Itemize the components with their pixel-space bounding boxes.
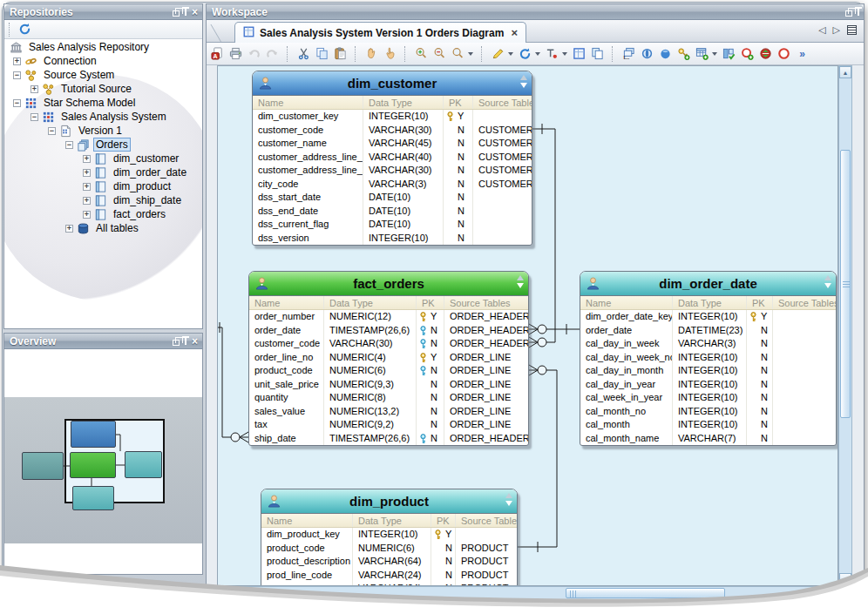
table-row[interactable]: city_codeVARCHAR(3)NCUSTOMER: [253, 178, 532, 192]
repositories-titlebar[interactable]: Repositories ×: [4, 4, 202, 20]
workspace-titlebar[interactable]: Workspace: [207, 4, 864, 20]
collapse-icon[interactable]: −: [13, 99, 21, 107]
table-row[interactable]: cal_monthINTEGER(10)N: [580, 418, 836, 432]
auto-layout-dropdown-icon[interactable]: [535, 52, 540, 56]
table-row[interactable]: customer_address_line_2VARCHAR(30)NCUSTO…: [253, 164, 532, 178]
add-table-dropdown-icon[interactable]: [712, 52, 717, 56]
table-row[interactable]: cal_week_in_yearINTEGER(10)N: [580, 391, 836, 405]
collapse-icon[interactable]: −: [13, 71, 21, 79]
table-row[interactable]: prod_line_codeVARCHAR(24)NPRODUCT: [261, 569, 517, 583]
float-panel-icon[interactable]: [173, 340, 180, 346]
tree-item-sales-analysis-system[interactable]: −Sales Analysis System: [4, 110, 202, 124]
table-row[interactable]: order_dateTIMESTAMP(26,6)NORDER_HEADER: [249, 324, 528, 338]
print-icon[interactable]: [227, 45, 245, 63]
trace-dropdown-icon[interactable]: [562, 52, 567, 56]
collapse-icon[interactable]: −: [48, 127, 56, 135]
expand-icon[interactable]: +: [65, 225, 73, 233]
table-row[interactable]: customer_codeVARCHAR(30)NORDER_HEADER: [249, 337, 528, 351]
tree-item-dim-customer[interactable]: +dim_customer: [4, 152, 202, 165]
table-row[interactable]: ship_dateTIMESTAMP(26,6)NORDER_HEADER: [249, 432, 528, 446]
redo-icon[interactable]: [263, 45, 281, 63]
expand-icon[interactable]: +: [83, 211, 91, 219]
table-row[interactable]: product_codeNUMERIC(6)NORDER_LINE: [249, 364, 528, 378]
globe-icon[interactable]: [656, 45, 675, 63]
close-panel-icon[interactable]: ×: [192, 334, 198, 348]
pin-panel-icon[interactable]: [858, 9, 859, 16]
tab-scroll-left-icon[interactable]: ◁: [818, 24, 825, 36]
table-detail-icon[interactable]: I...: [620, 45, 638, 63]
table-row[interactable]: dim_product_keyINTEGER(10)Y: [261, 528, 517, 542]
table-row[interactable]: dim_order_date_keyINTEGER(10)Y: [580, 310, 836, 324]
table-row[interactable]: dss_end_dateDATE(10)N: [253, 205, 532, 219]
table-row[interactable]: cal_day_in_monthINTEGER(10)N: [580, 364, 836, 378]
tree-item-dim-product[interactable]: +dim_product: [4, 179, 202, 193]
table-dim-order-date[interactable]: dim_order_date NameData TypePKSource Tab…: [580, 271, 837, 446]
toolbar-overflow[interactable]: »: [793, 45, 811, 63]
select-hand-icon[interactable]: [381, 45, 399, 63]
copy-diagram-icon[interactable]: [588, 45, 607, 63]
horizontal-scrollbar[interactable]: ◀ ▶: [217, 586, 838, 600]
table-row[interactable]: customer_address_line_1VARCHAR(40)NCUSTO…: [253, 151, 532, 165]
table-header[interactable]: dim_order_date: [580, 272, 836, 296]
expand-icon[interactable]: +: [83, 155, 91, 163]
table-row[interactable]: dss_start_dateDATE(10)N: [253, 191, 532, 205]
table-dim-product[interactable]: dim_product NameData TypePKSource Tables…: [261, 489, 518, 586]
add-object-icon[interactable]: [738, 45, 756, 63]
collapse-icon[interactable]: −: [65, 141, 73, 149]
validate-icon[interactable]: [720, 45, 738, 63]
tree-item-dim-order-date[interactable]: +dim_order_date: [4, 165, 202, 179]
table-row[interactable]: cal_day_in_weekVARCHAR(3)N: [580, 337, 836, 351]
table-row[interactable]: order_line_noNUMERIC(4)YORDER_LINE: [249, 351, 528, 365]
line-style-dropdown-icon[interactable]: [508, 52, 513, 56]
table-row[interactable]: cal_month_noINTEGER(10)N: [580, 405, 836, 419]
scroll-up-icon[interactable]: ▲: [839, 66, 851, 78]
overview-titlebar[interactable]: Overview ×: [4, 334, 202, 349]
tree-item-sales-analysis-repository[interactable]: Sales Analysis Repository: [4, 40, 202, 54]
tree-item-all-tables[interactable]: +All tables: [4, 221, 202, 235]
table-header[interactable]: dim_customer: [253, 71, 532, 96]
pin-panel-icon[interactable]: [185, 9, 186, 16]
table-dim-customer[interactable]: dim_customer NameData TypePKSource Table…: [252, 71, 532, 246]
trace-icon[interactable]: [543, 45, 561, 63]
sort-arrows-icon[interactable]: [505, 493, 512, 506]
pan-icon[interactable]: [363, 45, 381, 63]
tree-item-star-schema-model[interactable]: −Star Schema Model: [4, 96, 202, 110]
expand-icon[interactable]: +: [83, 169, 91, 177]
remove-icon[interactable]: [775, 45, 793, 63]
refresh-icon[interactable]: [16, 21, 34, 38]
tab-scroll-right-icon[interactable]: ▷: [833, 24, 840, 36]
expand-icon[interactable]: +: [13, 57, 21, 65]
toggle-display-icon[interactable]: [638, 45, 656, 63]
auto-layout-icon[interactable]: [516, 45, 534, 63]
tab-orders-diagram[interactable]: Sales Analysis System Version 1 Orders D…: [234, 22, 526, 43]
pin-panel-icon[interactable]: [185, 338, 186, 345]
zoom-icon[interactable]: [449, 45, 467, 63]
table-row[interactable]: cal_month_nameVARCHAR(7)N: [580, 432, 836, 446]
vertical-scroll-thumb[interactable]: [840, 150, 851, 418]
float-panel-icon[interactable]: [173, 10, 180, 17]
scroll-right-icon[interactable]: ▶: [825, 587, 837, 599]
table-header[interactable]: fact_orders: [249, 272, 528, 296]
zoom-in-icon[interactable]: [412, 45, 431, 63]
copy-icon[interactable]: [313, 45, 331, 63]
table-row[interactable]: customer_codeVARCHAR(30)NCUSTOMER: [253, 124, 532, 138]
table-header[interactable]: dim_product: [261, 489, 517, 514]
table-row[interactable]: cal_day_in_yearINTEGER(10)N: [580, 378, 836, 392]
table-row[interactable]: cal_day_in_week_noINTEGER(10)N: [580, 351, 836, 365]
tree-item-connection[interactable]: +Connection: [4, 54, 202, 68]
table-row[interactable]: product_codeNUMERIC(6)NPRODUCT: [261, 542, 517, 556]
float-panel-icon[interactable]: [845, 10, 852, 17]
table-row[interactable]: dss_versionINTEGER(10)N: [253, 232, 532, 246]
horizontal-scroll-thumb[interactable]: [566, 588, 725, 598]
paste-icon[interactable]: [331, 45, 349, 63]
tree-item-version-1[interactable]: −Version 1: [4, 124, 202, 138]
add-table-icon[interactable]: [693, 45, 711, 63]
sort-arrows-icon[interactable]: [520, 75, 527, 88]
expand-icon[interactable]: +: [31, 85, 38, 93]
tree-item-fact-orders[interactable]: +fact_orders: [4, 207, 202, 221]
cut-icon[interactable]: [295, 45, 313, 63]
export-pdf-icon[interactable]: A: [208, 45, 227, 63]
tab-close-icon[interactable]: ×: [511, 26, 518, 39]
table-row[interactable]: product_descriptionVARCHAR(64)NPRODUCT: [261, 555, 517, 569]
table-row[interactable]: quantityNUMERIC(8)NORDER_LINE: [249, 391, 528, 405]
